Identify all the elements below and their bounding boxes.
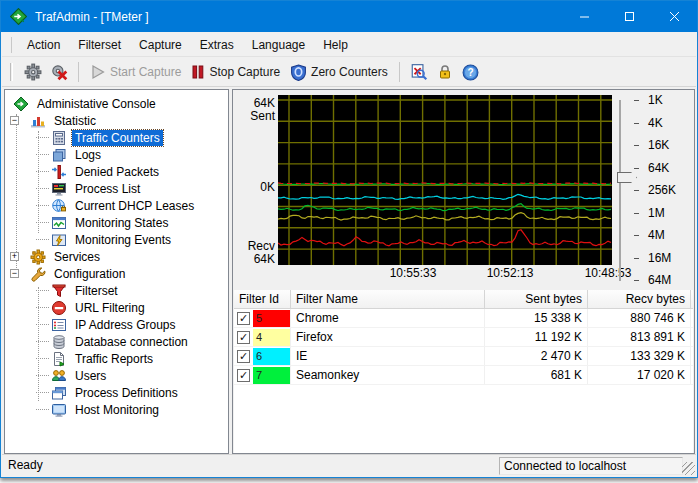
pause-icon	[191, 64, 205, 80]
tree-item-database-connection[interactable]: Database connection	[5, 333, 228, 350]
filter-checkbox[interactable]: ✓	[237, 312, 250, 325]
delete-filterset-gear-icon[interactable]	[48, 61, 70, 83]
tree-item-label: Logs	[72, 147, 104, 163]
tree-item-process-list[interactable]: Process List	[5, 180, 228, 197]
maximize-button[interactable]	[607, 1, 652, 32]
tree-item-statistic[interactable]: −Statistic	[5, 112, 228, 129]
tree-expander-collapse[interactable]: −	[10, 116, 19, 125]
scale-label-4m: 4M	[648, 228, 665, 242]
tree-item-configuration[interactable]: −Configuration	[5, 265, 228, 282]
tree-item-logs[interactable]: Logs	[5, 146, 228, 163]
table-row-chrome[interactable]: ✓5Chrome15 338 K880 746 K	[234, 309, 693, 328]
scale-tick	[634, 168, 639, 169]
start-capture-label: Start Capture	[110, 65, 181, 79]
tree-connector	[36, 290, 49, 291]
tree-item-ip-address-groups[interactable]: IP Address Groups	[5, 316, 228, 333]
lock-icon[interactable]	[434, 61, 456, 83]
scale-label-1k: 1K	[648, 93, 663, 107]
tree-item-administative-console[interactable]: Administative Console	[5, 95, 228, 112]
resize-grip[interactable]	[682, 462, 695, 475]
table-row-firefox[interactable]: ✓4Firefox11 192 K813 891 K	[234, 328, 693, 347]
menu-extras[interactable]: Extras	[191, 35, 243, 55]
tree-item-host-monitoring[interactable]: Host Monitoring	[5, 401, 228, 418]
filter-color-swatch: 4	[253, 329, 290, 346]
tree-item-process-definitions[interactable]: Process Definitions	[5, 384, 228, 401]
menu-help[interactable]: Help	[314, 35, 357, 55]
column-header-filter-id[interactable]: Filter Id	[234, 290, 291, 308]
filter-checkbox[interactable]: ✓	[237, 331, 250, 344]
tree-item-traffic-reports[interactable]: Traffic Reports	[5, 350, 228, 367]
window-title: TrafAdmin - [TMeter ]	[35, 10, 149, 24]
tree-connector	[36, 171, 49, 172]
tree-item-label: Configuration	[51, 266, 128, 282]
scale-tick	[634, 258, 639, 259]
tree-item-url-filtering[interactable]: URL Filtering	[5, 299, 228, 316]
scale-slider-track[interactable]	[619, 100, 621, 281]
tree-connector	[36, 222, 49, 223]
tree-item-label: Filterset	[72, 283, 121, 299]
tree-item-current-dhcp-leases[interactable]: Current DHCP Leases	[5, 197, 228, 214]
close-button[interactable]	[652, 1, 697, 32]
tree-expander-collapse[interactable]: −	[10, 269, 19, 278]
scale-label-4k: 4K	[648, 116, 663, 130]
sent-caption: Sent	[250, 109, 275, 123]
settings-gear-icon[interactable]	[22, 61, 44, 83]
table-row-ie[interactable]: ✓6IE2 470 K133 329 K	[234, 347, 693, 366]
tree-item-label: Database connection	[72, 334, 191, 350]
scale-tick	[634, 190, 639, 191]
scale-tick	[634, 145, 639, 146]
tree-item-users[interactable]: Users	[5, 367, 228, 384]
connection-status: Connected to localhost	[499, 457, 683, 475]
tree-connector	[36, 375, 49, 376]
tree-item-traffic-counters[interactable]: Traffic Counters	[5, 129, 228, 146]
no-entry-icon	[51, 300, 67, 316]
tree-connector	[36, 358, 49, 359]
menu-filterset[interactable]: Filterset	[69, 35, 130, 55]
filter-checkbox[interactable]: ✓	[237, 369, 250, 382]
table-row-seamonkey[interactable]: ✓7Seamonkey681 K17 020 K	[234, 366, 693, 385]
content-panel: 64K Sent 0K Recv 64K 10:55:3310:52:1310:…	[232, 89, 695, 454]
filter-name-cell: Seamonkey	[291, 366, 485, 384]
help-icon[interactable]: ?	[460, 61, 482, 83]
filter-name-cell: Firefox	[291, 328, 485, 346]
menu-capture[interactable]: Capture	[130, 35, 191, 55]
stop-capture-button[interactable]: Stop Capture	[186, 62, 285, 82]
time-axis: 10:55:3310:52:1310:48:53	[278, 266, 612, 282]
table-header[interactable]: Filter IdFilter NameSent bytesRecv bytes	[234, 290, 693, 309]
filter-checkbox[interactable]: ✓	[237, 350, 250, 363]
column-header-recv-bytes[interactable]: Recv bytes	[588, 290, 691, 308]
scale-slider-thumb[interactable]	[617, 172, 637, 183]
tree-item-label: Denied Packets	[72, 164, 162, 180]
filter-name-cell: Chrome	[291, 309, 485, 327]
menu-language[interactable]: Language	[243, 35, 314, 55]
tree-item-monitoring-states[interactable]: Monitoring States	[5, 214, 228, 231]
scale-tick	[634, 100, 639, 101]
logs-icon	[51, 147, 67, 163]
tree-item-filterset[interactable]: Filterset	[5, 282, 228, 299]
minimize-button[interactable]	[562, 1, 607, 32]
tree-item-label: Monitoring States	[72, 215, 171, 231]
tree-item-services[interactable]: +Services	[5, 248, 228, 265]
zero-counters-button[interactable]: Zero Counters	[285, 62, 393, 83]
recv-scale-label: 64K	[254, 252, 275, 266]
sent-bytes-cell: 2 470 K	[485, 347, 588, 365]
tree-connector	[36, 341, 49, 342]
sent-scale-label: 64K	[254, 96, 275, 110]
find-document-icon[interactable]	[408, 61, 430, 83]
menu-gripper	[11, 37, 12, 53]
sent-bytes-cell: 11 192 K	[485, 328, 588, 346]
menu-bar: ActionFiltersetCaptureExtrasLanguageHelp	[2, 33, 696, 57]
menu-action[interactable]: Action	[18, 35, 69, 55]
column-header-sent-bytes[interactable]: Sent bytes	[485, 290, 588, 308]
title-bar[interactable]: TrafAdmin - [TMeter ]	[1, 1, 697, 32]
tree-expander-expand[interactable]: +	[10, 252, 19, 261]
column-header-filter-name[interactable]: Filter Name	[291, 290, 485, 308]
filter-counters-table: Filter IdFilter NameSent bytesRecv bytes…	[234, 290, 693, 453]
tree-connector	[36, 392, 49, 393]
tree-item-monitoring-events[interactable]: Monitoring Events	[5, 231, 228, 248]
tree-item-denied-packets[interactable]: Denied Packets	[5, 163, 228, 180]
wrench-icon	[30, 266, 46, 282]
filter-color-swatch: 5	[253, 310, 290, 327]
play-icon	[90, 64, 106, 80]
recv-bytes-cell: 813 891 K	[588, 328, 691, 346]
